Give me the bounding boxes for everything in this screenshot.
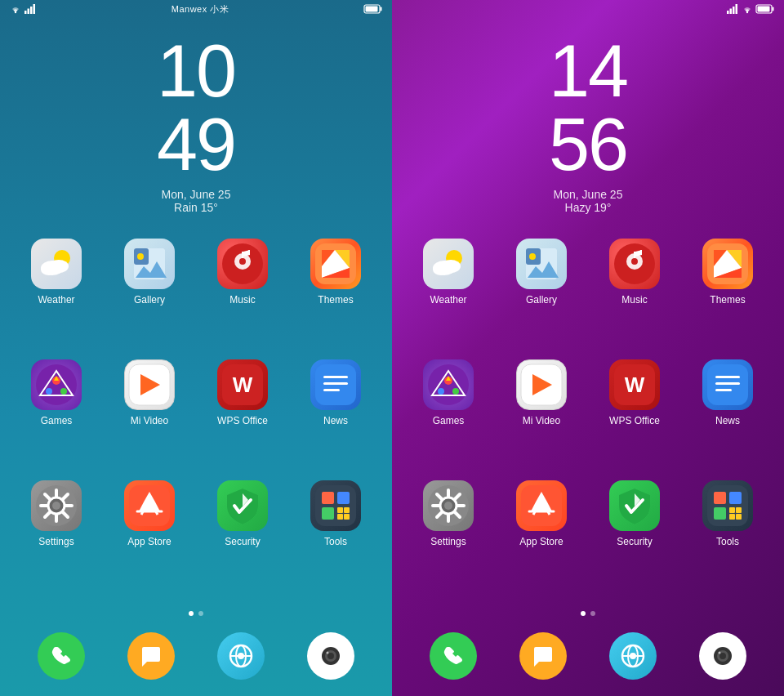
left-app-tools[interactable]: Tools [292, 480, 379, 595]
right-icon-music [609, 239, 660, 289]
left-clock-minute: 49 [0, 108, 392, 181]
left-app-mivideo[interactable]: Mi Video [106, 359, 193, 474]
left-app-news[interactable]: News [292, 359, 379, 474]
left-app-security[interactable]: Security [199, 480, 286, 595]
left-icon-music [217, 239, 268, 289]
right-dock-messages[interactable] [519, 632, 567, 680]
left-icon-wps: W [217, 359, 268, 410]
signal-icon [24, 4, 36, 14]
left-dock-messages[interactable] [127, 632, 175, 680]
svg-rect-126 [714, 492, 726, 504]
left-label-mivideo: Mi Video [131, 415, 168, 426]
right-dock-phone[interactable] [430, 632, 477, 680]
left-dock-browser[interactable] [217, 632, 265, 680]
svg-point-15 [137, 253, 144, 260]
wifi-icon [10, 4, 21, 14]
left-dock-camera[interactable] [307, 632, 354, 680]
svg-point-42 [52, 502, 60, 510]
right-app-settings[interactable]: Settings [405, 480, 492, 595]
right-signal-icon [727, 4, 738, 14]
svg-point-70 [327, 652, 329, 654]
right-label-themes: Themes [710, 294, 745, 306]
svg-rect-131 [729, 514, 735, 520]
right-app-gallery[interactable]: Gallery [498, 239, 585, 353]
right-clock-area: 14 56 Mon, June 25 Hazy 19° [392, 18, 784, 222]
svg-point-113 [444, 502, 452, 510]
right-dot-2[interactable] [590, 611, 595, 616]
right-clock-hour: 14 [392, 34, 784, 108]
right-label-weather: Weather [430, 294, 466, 306]
right-app-mivideo[interactable]: Mi Video [498, 359, 585, 474]
right-app-tools[interactable]: Tools [684, 480, 771, 595]
battery-icon [364, 4, 382, 14]
svg-point-136 [630, 653, 636, 659]
right-dock-camera[interactable] [699, 632, 746, 680]
right-app-weather[interactable]: Weather [405, 239, 492, 353]
left-icon-gallery [124, 239, 175, 289]
right-app-news[interactable]: News [684, 359, 771, 474]
right-clock-date: Mon, June 25 [392, 188, 784, 201]
left-app-weather[interactable]: Weather [13, 239, 100, 353]
svg-rect-110 [715, 389, 732, 391]
svg-point-30 [60, 388, 67, 395]
svg-rect-38 [323, 382, 348, 385]
right-app-security[interactable]: Security [591, 480, 678, 595]
left-dot-1[interactable] [189, 611, 194, 616]
left-icon-settings [31, 480, 82, 531]
left-icon-mivideo [124, 359, 175, 410]
left-label-themes: Themes [318, 294, 353, 306]
left-clock-hour: 10 [0, 34, 392, 108]
left-app-gallery[interactable]: Gallery [106, 239, 193, 353]
left-status-left [10, 4, 36, 14]
svg-rect-39 [323, 389, 340, 391]
right-dot-1[interactable] [581, 611, 586, 616]
left-label-music: Music [229, 294, 255, 306]
svg-rect-2 [28, 9, 30, 15]
right-app-music[interactable]: Music [591, 239, 678, 353]
svg-point-0 [15, 11, 16, 13]
svg-rect-90 [634, 252, 635, 258]
svg-point-100 [438, 388, 444, 395]
svg-rect-73 [733, 7, 735, 14]
left-panel: Manwex 小米 10 49 Mon, June 25 Rain 15° [0, 0, 392, 696]
left-clock-area: 10 49 Mon, June 25 Rain 15° [0, 18, 392, 222]
svg-rect-109 [715, 382, 740, 385]
svg-rect-4 [33, 4, 36, 14]
right-label-security: Security [617, 536, 652, 547]
left-app-themes[interactable]: Themes [292, 239, 379, 353]
left-app-appstore[interactable]: App Store [106, 480, 193, 595]
svg-rect-54 [315, 485, 356, 526]
left-label-security: Security [225, 536, 260, 547]
right-app-games[interactable]: Games [405, 359, 492, 474]
left-dock-phone[interactable] [38, 632, 85, 680]
left-app-grid: Weather Gallery [0, 222, 392, 605]
left-app-wps[interactable]: W WPS Office [199, 359, 286, 474]
svg-point-101 [452, 388, 459, 395]
right-app-appstore[interactable]: App Store [498, 480, 585, 595]
svg-rect-125 [707, 485, 748, 526]
svg-rect-108 [715, 376, 740, 378]
svg-rect-55 [322, 492, 334, 504]
left-app-games[interactable]: Games [13, 359, 100, 474]
left-app-settings[interactable]: Settings [13, 480, 100, 595]
right-app-themes[interactable]: Themes [684, 239, 771, 353]
right-status-bar [392, 0, 784, 18]
left-page-dots [0, 605, 392, 622]
right-dock-browser[interactable] [609, 632, 657, 680]
svg-point-89 [631, 258, 638, 265]
left-dot-2[interactable] [198, 611, 203, 616]
right-label-wps: WPS Office [609, 415, 660, 426]
svg-point-75 [746, 11, 748, 13]
left-app-music[interactable]: Music [199, 239, 286, 353]
right-dock [392, 622, 784, 696]
left-clock-date: Mon, June 25 [0, 188, 392, 201]
left-label-news: News [323, 415, 348, 426]
right-panel: 14 56 Mon, June 25 Hazy 19° Weather [392, 0, 784, 696]
svg-rect-7 [366, 7, 378, 12]
right-label-mivideo: Mi Video [523, 415, 560, 426]
svg-point-140 [719, 653, 726, 659]
left-label-wps: WPS Office [217, 415, 268, 426]
left-icon-appstore [124, 480, 175, 531]
svg-point-141 [719, 652, 721, 654]
right-app-wps[interactable]: W WPS Office [591, 359, 678, 474]
